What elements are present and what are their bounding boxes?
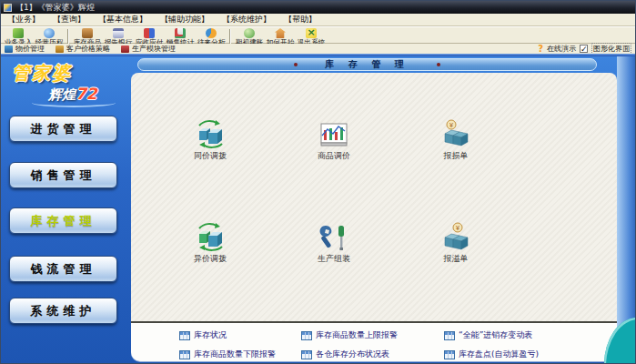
production-assembly-icon — [296, 222, 372, 251]
link-stock-lower-limit-alarm[interactable]: 库存商品数量下限报警 — [179, 349, 276, 360]
customer-price-label: 客户价格策略 — [66, 44, 110, 54]
toolbar-separator — [67, 29, 69, 44]
link-label: 库存盘点(自动算盈亏) — [459, 349, 539, 360]
menu-item-query[interactable]: 【查询】 — [46, 14, 92, 25]
price-manage-button[interactable]: 物价管理 — [5, 44, 45, 54]
bank-report-icon — [113, 28, 124, 38]
table-grid-icon — [179, 350, 190, 359]
title-bar[interactable]: 【1】《管家婆》辉煌 — [1, 1, 636, 14]
main-toolbar: 业务录入 经营历程 库存商品 报告银行 应收应付 销售统计 往来分析 — [1, 26, 636, 44]
app-window: 【1】《管家婆》辉煌 【业务】 【查询】 【基本信息】 【辅助功能】 【系统维护… — [0, 0, 636, 364]
launcher-same-price-transfer[interactable]: 同价调拨 — [172, 119, 248, 162]
table-grid-icon — [301, 350, 312, 359]
section-header: 库 存 管 理 — [137, 58, 597, 71]
online-demo-link[interactable]: 在线演示 — [547, 44, 576, 54]
link-label: 库存状况 — [194, 329, 227, 341]
how-to-start-icon — [275, 28, 286, 38]
customer-price-button[interactable]: 客户价格策略 — [56, 44, 110, 54]
content-area — [131, 73, 617, 321]
launcher-label: 商品调价 — [296, 150, 372, 162]
stock-goods-icon — [82, 28, 93, 38]
link-label: 库存商品数量下限报警 — [194, 349, 276, 360]
price-manage-label: 物价管理 — [15, 44, 45, 54]
business-entry-icon — [13, 28, 24, 38]
production-module-button[interactable]: 生产模块管理 — [121, 44, 176, 54]
price-manage-icon — [5, 46, 13, 53]
graphic-ui-checkbox[interactable]: ✓ — [580, 45, 588, 53]
goods-price-adjust-icon — [296, 119, 372, 148]
link-warehouse-distribution-report[interactable]: 各仓库存分布状况表 — [301, 349, 389, 360]
app-icon — [4, 4, 12, 12]
customer-price-icon — [56, 46, 64, 53]
launcher-overflow-report[interactable]: ¥ 报溢单 — [418, 222, 494, 265]
production-module-icon — [121, 46, 129, 53]
table-grid-icon — [301, 331, 312, 340]
title-bullet-icon — [294, 63, 298, 66]
diff-price-transfer-icon — [172, 222, 248, 251]
sidebar-item-cashflow[interactable]: 钱流管理 — [9, 256, 117, 282]
link-label: 各仓库存分布状况表 — [316, 349, 389, 360]
sidebar-item-purchase[interactable]: 进货管理 — [9, 116, 117, 142]
same-price-transfer-icon — [172, 119, 248, 148]
toolbar2-right-cluster: ? 在线演示 ✓ 图形化界面 — [538, 44, 631, 54]
production-module-label: 生产模块管理 — [132, 44, 176, 54]
launcher-goods-price-adjust[interactable]: 商品调价 — [296, 119, 372, 162]
analysis-icon — [206, 28, 217, 38]
link-label: “全能”进销存变动表 — [459, 329, 532, 341]
init-account-icon — [244, 28, 255, 38]
sales-stats-icon — [175, 28, 186, 38]
link-inventory-status[interactable]: 库存状况 — [179, 329, 227, 341]
window-title: 【1】《管家婆》辉煌 — [15, 1, 95, 14]
link-label: 库存商品数量上限报警 — [316, 329, 398, 341]
menu-item-help[interactable]: 【帮助】 — [278, 14, 323, 25]
table-grid-icon — [444, 350, 455, 359]
secondary-toolbar: 物价管理 客户价格策略 生产模块管理 ? 在线演示 ✓ 图形化界面 — [1, 44, 636, 54]
menu-item-basic-info[interactable]: 【基本信息】 — [92, 14, 154, 25]
page-title: 库 存 管 理 — [325, 58, 409, 71]
title-bullet-icon — [437, 63, 440, 66]
link-allinone-flow-report[interactable]: “全能”进销存变动表 — [444, 329, 532, 341]
launcher-label: 报溢单 — [418, 253, 494, 265]
payables-icon — [144, 28, 155, 38]
loss-report-icon: ¥ — [418, 119, 494, 148]
menu-item-aux-functions[interactable]: 【辅助功能】 — [154, 14, 216, 25]
launcher-production-assembly[interactable]: 生产组装 — [296, 222, 372, 265]
svg-text:¥: ¥ — [456, 225, 460, 232]
menu-item-system-maintain[interactable]: 【系统维护】 — [216, 14, 278, 25]
sidebar-item-system[interactable]: 系统维护 — [9, 298, 117, 324]
overflow-report-icon: ¥ — [418, 222, 494, 251]
toolbar-separator — [229, 29, 231, 44]
launcher-loss-report[interactable]: ¥ 报损单 — [418, 119, 494, 162]
launcher-label: 异价调拨 — [172, 253, 248, 265]
link-stock-upper-limit-alarm[interactable]: 库存商品数量上限报警 — [301, 329, 398, 341]
table-grid-icon — [179, 331, 190, 340]
svg-text:¥: ¥ — [449, 122, 454, 129]
business-history-icon — [44, 28, 55, 38]
table-grid-icon — [444, 331, 455, 340]
launcher-label: 同价调拨 — [172, 150, 248, 162]
link-stock-check[interactable]: 库存盘点(自动算盈亏) — [444, 349, 539, 360]
menu-bar: 【业务】 【查询】 【基本信息】 【辅助功能】 【系统维护】 【帮助】 — [1, 14, 636, 26]
brand-logo: 管家婆 — [12, 61, 72, 86]
launcher-label: 生产组装 — [296, 253, 372, 265]
help-question-icon[interactable]: ? — [538, 45, 543, 54]
sidebar-item-sales[interactable]: 销售管理 — [9, 162, 117, 188]
launcher-label: 报损单 — [418, 150, 494, 162]
exit-system-icon — [306, 28, 317, 38]
launcher-diff-price-transfer[interactable]: 异价调拨 — [172, 222, 248, 265]
menu-item-business[interactable]: 【业务】 — [1, 14, 46, 25]
sidebar-item-inventory[interactable]: 库存管理 — [9, 207, 117, 234]
